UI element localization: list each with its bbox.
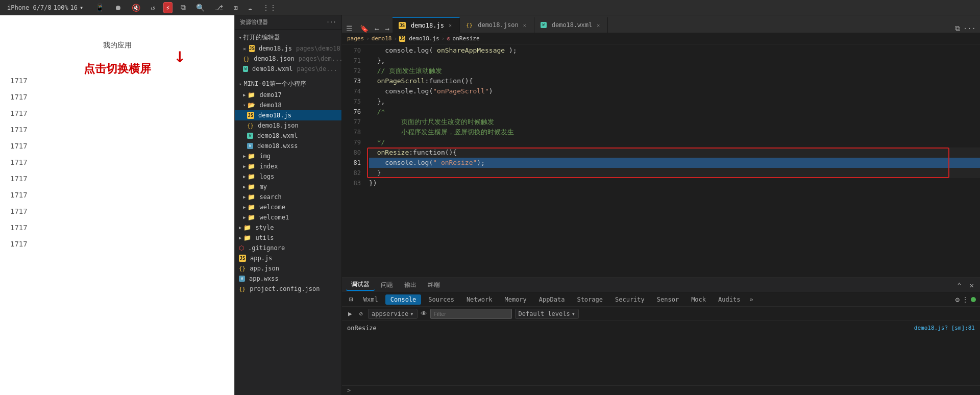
file-gitignore[interactable]: ⬡ .gitignore (235, 243, 341, 253)
file-projectconfig[interactable]: {} project.config.json (235, 284, 341, 294)
sub-tab-network[interactable]: Network (461, 294, 498, 305)
file-appjson[interactable]: {} app.json (235, 263, 341, 274)
js-icon: JS (249, 45, 255, 52)
folder-index[interactable]: ▶ 📁 index (235, 161, 341, 171)
collapse-icon[interactable]: ⌃ (955, 280, 963, 290)
forward-icon[interactable]: → (382, 24, 392, 33)
record-icon[interactable]: ⏺ (112, 3, 124, 13)
folder-demo18[interactable]: ▾ 📂 demo18 (235, 100, 341, 110)
console-input-area: > (342, 385, 980, 395)
folder-welcome1[interactable]: ▶ 📁 welcome1 (235, 212, 341, 223)
phone-icon[interactable]: 📱 (93, 3, 106, 13)
line-num-82: 82 (342, 168, 361, 178)
bookmark-icon[interactable]: 🔖 (357, 24, 372, 33)
folder-img[interactable]: ▶ 📁 img (235, 151, 341, 161)
folder-logs[interactable]: ▶ 📁 logs (235, 171, 341, 182)
tab-demo18wxml[interactable]: W demo18.wxml ✕ (534, 17, 608, 33)
console-execute-icon[interactable]: ▶ (346, 309, 354, 318)
menu-bars-icon[interactable]: ☰ (342, 24, 357, 33)
tab-wxml-close-icon[interactable]: ✕ (595, 22, 601, 29)
file-demo18js[interactable]: JS demo18.js (235, 110, 341, 120)
cloud-icon[interactable]: ☁ (246, 3, 254, 13)
breadcrumb-symbol: onResize (453, 35, 480, 42)
number-row-2: 1717 (10, 93, 28, 101)
console-panel-tabs: 调试器 问题 输出 终端 ⌃ ✕ (342, 278, 980, 292)
eye-icon[interactable]: 👁 (421, 310, 427, 317)
console-more-icon[interactable]: ⋮ (962, 295, 969, 304)
chevron-right-icon-my: ▶ (243, 184, 246, 189)
code-line-83: }) (369, 178, 980, 188)
close-console-icon[interactable]: ✕ (968, 280, 976, 290)
folder-icon-logs: 📁 (248, 173, 255, 180)
code-content: ▾ ▾ console.log( onShareAppMessage ); }, (365, 44, 980, 278)
appservice-selector[interactable]: appservice ▾ (368, 309, 417, 319)
level-selector[interactable]: Default levels ▾ (515, 309, 579, 319)
tab-output[interactable]: 输出 (399, 280, 422, 290)
copy-icon[interactable]: ⧉ (179, 2, 188, 13)
console-block-icon[interactable]: ⊘ (357, 309, 365, 318)
tab-problems[interactable]: 问题 (376, 280, 398, 290)
console-inspect-icon[interactable]: ⊡ (346, 294, 356, 304)
console-filter-input[interactable] (430, 309, 512, 319)
folder-style[interactable]: ▶ 📁 style (235, 223, 341, 233)
tab-debugger[interactable]: 调试器 (346, 279, 375, 291)
folder-demo17[interactable]: ▶ 📁 demo17 (235, 90, 341, 100)
refresh-icon[interactable]: ↺ (149, 3, 157, 13)
folder-utils[interactable]: ▶ 📁 utils (235, 233, 341, 243)
folder-welcome1-label: welcome1 (259, 214, 289, 221)
wxml-file-icon: W (247, 133, 253, 139)
sub-tab-storage[interactable]: Storage (572, 294, 608, 305)
preview-panel: 我的应用 ↓ 点击切换横屏 1717 1717 1717 1717 1717 1… (0, 15, 235, 395)
folder-welcome[interactable]: ▶ 📁 welcome (235, 202, 341, 212)
grid-icon[interactable]: ⊞ (231, 3, 239, 13)
tab-close-icon[interactable]: ✕ (447, 22, 453, 29)
open-file-demo18js[interactable]: ✕ JS demo18.js pages\demo18 (235, 43, 341, 54)
split-editor-icon[interactable]: ⧉ (955, 24, 960, 33)
chevron-down-icon-demo18: ▾ (243, 103, 246, 108)
file-demo18wxml[interactable]: W demo18.wxml (235, 131, 341, 141)
code-console-area: 70 71 72 73 74 75 76 77 78 79 80 81 82 8… (342, 44, 980, 395)
project-root[interactable]: ▾ MINI-01第一个小程序 (235, 78, 341, 90)
lightning-icon[interactable]: ⚡ (163, 2, 173, 13)
more-tabs-icon[interactable]: » (747, 295, 755, 304)
file-demo18wxss[interactable]: W demo18.wxss (235, 141, 341, 151)
folder-search[interactable]: ▶ 📁 search (235, 192, 341, 202)
audio-icon[interactable]: 🔇 (130, 3, 142, 13)
back-icon[interactable]: ← (372, 24, 382, 33)
menu-icon[interactable]: ⋮⋮ (260, 3, 279, 13)
folder-my[interactable]: ▶ 📁 my (235, 182, 341, 192)
console-file-ref[interactable]: demo18.js? [sm]:81 (914, 324, 975, 333)
sub-tab-sensor[interactable]: Sensor (652, 294, 684, 305)
sidebar-more-icon[interactable]: ··· (326, 19, 336, 26)
close-icon[interactable]: ✕ (243, 46, 246, 52)
more-editor-icon[interactable]: ··· (963, 24, 976, 33)
chevron-right-icon-index: ▶ (243, 164, 246, 169)
file-appwxss[interactable]: W app.wxss (235, 274, 341, 284)
tab-demo18json[interactable]: {} demo18.json ✕ (460, 17, 534, 33)
console-gear-icon[interactable]: ⚙ (955, 295, 960, 304)
sub-tab-appdata[interactable]: AppData (534, 294, 570, 305)
tab-json-close-icon[interactable]: ✕ (522, 22, 528, 29)
sub-tab-wxml[interactable]: Wxml (358, 294, 383, 305)
sub-tab-audits[interactable]: Audits (713, 294, 745, 305)
wxml-icon: W (243, 66, 248, 72)
tab-terminal[interactable]: 终端 (423, 280, 445, 290)
device-selector[interactable]: iPhone 6/7/8 100% 16 ▾ (4, 3, 86, 12)
sub-tab-sources[interactable]: Sources (423, 294, 459, 305)
branch-icon[interactable]: ⎇ (213, 3, 225, 13)
search-icon[interactable]: 🔍 (194, 3, 207, 13)
code-line-79: */ (369, 137, 980, 147)
file-demo18json[interactable]: {} demo18.json (235, 120, 341, 131)
appjs-icon: JS (239, 255, 246, 262)
sub-tab-console[interactable]: Console (385, 294, 422, 305)
sub-tab-mock[interactable]: Mock (686, 294, 711, 305)
open-editors-heading[interactable]: ▾ 打开的编辑器 (235, 32, 341, 43)
sub-tab-security[interactable]: Security (610, 294, 650, 305)
code-editor[interactable]: 70 71 72 73 74 75 76 77 78 79 80 81 82 8… (342, 44, 980, 278)
file-appjs[interactable]: JS app.js (235, 253, 341, 263)
open-file-demo18json[interactable]: {} demo18.json pages\dem... (235, 54, 341, 64)
sub-tab-memory[interactable]: Memory (499, 294, 531, 305)
open-file-demo18wxml[interactable]: W demo18.wxml pages\de... (235, 64, 341, 74)
folder-style-label: style (255, 224, 274, 231)
tab-demo18js[interactable]: JS demo18.js ✕ (393, 17, 460, 33)
